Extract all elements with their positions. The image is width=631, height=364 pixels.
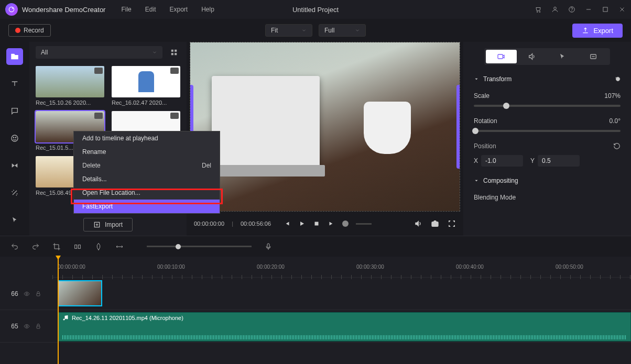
mode-video[interactable]: [486, 50, 517, 63]
ctx-details[interactable]: Details...: [74, 172, 220, 186]
video-clip[interactable]: [58, 280, 102, 306]
mode-caption[interactable]: [578, 50, 609, 63]
visibility-icon[interactable]: [24, 291, 30, 297]
menu-file[interactable]: File: [121, 6, 131, 13]
visibility-icon[interactable]: [24, 323, 30, 329]
svg-rect-17: [175, 53, 177, 55]
compositing-section-header[interactable]: Compositing: [474, 177, 621, 184]
playhead[interactable]: [58, 257, 59, 364]
fit-label: Fit: [271, 27, 278, 34]
mode-audio[interactable]: [517, 50, 548, 63]
ctx-add-timeline[interactable]: Add to timeline at playhead: [74, 131, 220, 145]
fit-select[interactable]: Fit: [265, 24, 312, 37]
tab-effects[interactable]: [6, 184, 23, 201]
track-head: 65: [0, 310, 52, 342]
resize-handle-right[interactable]: [456, 85, 460, 169]
mic-icon[interactable]: [264, 242, 273, 251]
scale-slider[interactable]: [474, 105, 621, 107]
rotation-label: Rotation: [474, 117, 497, 125]
import-button[interactable]: Import: [83, 218, 133, 231]
track-head: 66: [0, 278, 52, 310]
menu-export[interactable]: Export: [169, 6, 188, 13]
fit-width-icon[interactable]: [115, 242, 124, 251]
svg-point-32: [26, 325, 27, 327]
zoom-slider[interactable]: [356, 223, 372, 225]
thumb-label: Rec_15.10.26 2020...: [36, 100, 104, 106]
marker-icon[interactable]: [94, 242, 103, 251]
lock-icon[interactable]: [35, 323, 41, 329]
undo-icon[interactable]: [10, 242, 19, 251]
track-number: 65: [11, 323, 18, 330]
rotation-value: 0.0°: [610, 117, 621, 125]
maximize-icon[interactable]: [602, 6, 609, 13]
export-label: Export: [593, 27, 613, 35]
main-menu: File Edit Export Help: [121, 6, 214, 13]
context-menu: Add to timeline at playhead Rename Delet…: [73, 131, 220, 214]
chevron-down-icon: [355, 28, 360, 33]
full-select[interactable]: Full: [319, 24, 366, 37]
tab-text[interactable]: [6, 75, 23, 92]
position-x-input[interactable]: [481, 155, 523, 167]
user-icon[interactable]: [551, 6, 559, 13]
tab-transitions[interactable]: [6, 157, 23, 174]
reset-icon[interactable]: [613, 142, 621, 150]
menu-help[interactable]: Help: [201, 6, 214, 13]
project-title: Untitled Project: [292, 6, 339, 14]
tab-media[interactable]: [6, 48, 23, 65]
tab-stickers[interactable]: [6, 130, 23, 147]
play-icon[interactable]: [298, 220, 306, 227]
position-row: Position: [474, 142, 621, 150]
ctx-open-location[interactable]: Open File Location...: [74, 186, 220, 200]
redo-icon[interactable]: [31, 242, 40, 251]
svg-point-4: [554, 7, 557, 9]
volume-icon[interactable]: [414, 219, 422, 228]
reset-icon[interactable]: [615, 76, 621, 82]
cart-icon[interactable]: [535, 6, 542, 13]
crop-icon[interactable]: [52, 242, 61, 251]
svg-rect-19: [315, 222, 319, 226]
ctx-delete[interactable]: DeleteDel: [74, 159, 220, 172]
media-thumb[interactable]: Rec_16.02.47 2020...: [112, 66, 180, 106]
snapshot-icon[interactable]: [431, 219, 439, 228]
grid-view-button[interactable]: [168, 46, 180, 59]
svg-point-12: [13, 137, 14, 138]
audio-clip-label: Rec_14.26.11 20201105.mp4 (Microphone): [72, 315, 183, 321]
media-filter-dropdown[interactable]: All: [36, 46, 162, 59]
svg-rect-28: [78, 245, 80, 248]
timeline-zoom-slider[interactable]: [147, 246, 252, 247]
lock-icon[interactable]: [35, 291, 41, 297]
filter-label: All: [41, 49, 48, 56]
menu-edit[interactable]: Edit: [145, 6, 156, 13]
transform-section-header[interactable]: Transform: [474, 75, 621, 83]
close-icon[interactable]: [618, 6, 626, 13]
export-button[interactable]: Export: [572, 24, 623, 38]
svg-rect-15: [175, 50, 177, 52]
timeline-ruler[interactable]: 00:00:00:00 00:00:10:00 00:00:20:00 00:0…: [52, 257, 631, 278]
mode-cursor[interactable]: [547, 50, 578, 63]
record-button[interactable]: Record: [8, 24, 51, 37]
ctx-fast-export[interactable]: FastExport: [74, 200, 220, 213]
tab-cursor[interactable]: [6, 212, 23, 228]
y-label: Y: [530, 157, 535, 164]
help-icon[interactable]: [568, 6, 575, 13]
record-indicator-icon: [342, 220, 349, 227]
ctx-rename[interactable]: Rename: [74, 145, 220, 159]
preview-canvas[interactable]: [190, 42, 460, 212]
audio-clip[interactable]: Rec_14.26.11 20201105.mp4 (Microphone): [58, 312, 631, 341]
playback-bar: 00:00:00:00 | 00:00:56:06: [187, 212, 463, 236]
split-icon[interactable]: [73, 242, 82, 251]
next-frame-icon[interactable]: [328, 220, 335, 227]
minimize-icon[interactable]: [585, 6, 592, 13]
media-thumb[interactable]: Rec_15.10.26 2020...: [36, 66, 104, 106]
track-body[interactable]: [52, 278, 631, 310]
tab-captions[interactable]: [6, 103, 23, 119]
track-body[interactable]: Rec_14.26.11 20201105.mp4 (Microphone): [52, 310, 631, 342]
timecode-total: 00:00:56:06: [241, 220, 271, 227]
fullscreen-icon[interactable]: [448, 219, 456, 228]
chevron-down-icon: [474, 178, 479, 183]
rotation-slider[interactable]: [474, 130, 621, 132]
titlebar: Wondershare DemoCreator File Edit Export…: [0, 0, 631, 19]
position-y-input[interactable]: [538, 155, 580, 167]
prev-frame-icon[interactable]: [284, 220, 291, 227]
stop-icon[interactable]: [313, 220, 320, 227]
